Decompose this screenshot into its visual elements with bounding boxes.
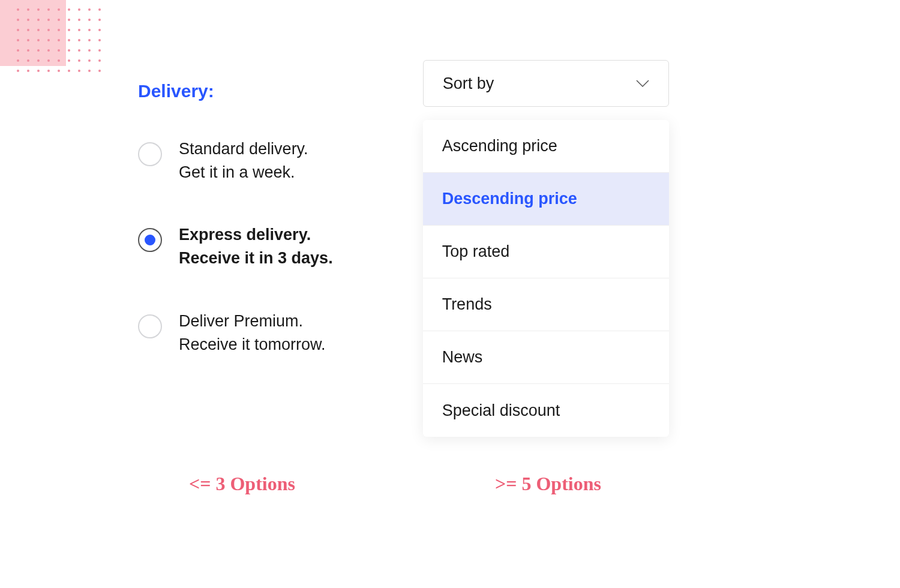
radio-label: Express delivery. Receive it in 3 days. — [179, 223, 333, 270]
dropdown-item-descending[interactable]: Descending price — [423, 173, 669, 226]
radio-circle — [138, 142, 162, 166]
radio-circle — [138, 228, 162, 252]
radio-label: Standard delivery. Get it in a week. — [179, 137, 308, 184]
dropdown-trigger-label: Sort by — [443, 74, 494, 93]
radio-column: Delivery: Standard delivery. Get it in a… — [138, 60, 333, 588]
sort-by-dropdown-trigger[interactable]: Sort by — [423, 60, 669, 107]
radio-option-premium[interactable]: Deliver Premium. Receive it tomorrow. — [138, 310, 333, 356]
radio-circle — [138, 314, 162, 338]
radio-dot-icon — [145, 235, 155, 245]
radio-option-express[interactable]: Express delivery. Receive it in 3 days. — [138, 223, 333, 270]
left-caption: <= 3 Options — [189, 473, 295, 495]
chevron-down-icon — [636, 80, 649, 87]
delivery-radio-group: Standard delivery. Get it in a week. Exp… — [138, 137, 333, 356]
dropdown-item-top-rated[interactable]: Top rated — [423, 226, 669, 278]
radio-option-standard[interactable]: Standard delivery. Get it in a week. — [138, 137, 333, 184]
right-caption: >= 5 Options — [495, 473, 601, 495]
decorative-dot-pattern — [17, 8, 107, 77]
dropdown-item-trends[interactable]: Trends — [423, 278, 669, 331]
radio-label: Deliver Premium. Receive it tomorrow. — [179, 310, 326, 356]
delivery-heading: Delivery: — [138, 81, 214, 101]
dropdown-column: Sort by Ascending price Descending price… — [423, 60, 669, 588]
dropdown-item-news[interactable]: News — [423, 331, 669, 384]
sort-by-dropdown-menu: Ascending price Descending price Top rat… — [423, 120, 669, 437]
dropdown-item-ascending[interactable]: Ascending price — [423, 120, 669, 173]
dropdown-item-special-discount[interactable]: Special discount — [423, 384, 669, 437]
